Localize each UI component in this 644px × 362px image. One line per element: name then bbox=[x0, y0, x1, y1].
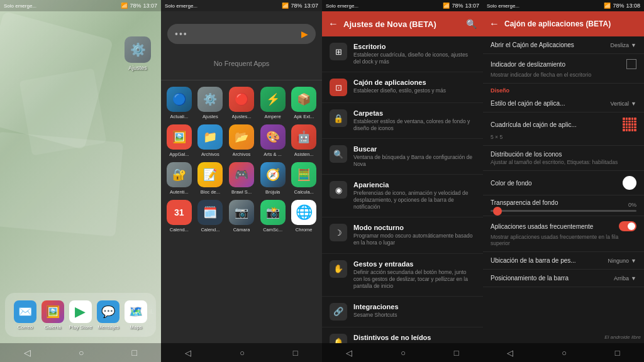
nav-home-p4[interactable]: ○ bbox=[562, 348, 567, 358]
setting-frecuentes[interactable]: Aplicaciones usadas frecuentemente Mostr… bbox=[483, 216, 644, 252]
setting-cuadricula[interactable]: Cuadrícula del cajón de aplic... bbox=[483, 112, 644, 146]
dropdown-chevron-3: ▼ bbox=[631, 258, 636, 264]
ubicacion-barra-dropdown[interactable]: Ninguno ▼ bbox=[608, 258, 636, 264]
settings-item-cajon[interactable]: ⊡ Cajón de aplicaciones Establecer diseñ… bbox=[322, 72, 483, 103]
settings-item-carpetas[interactable]: 🔒 Carpetas Establecer estilos de ventana… bbox=[322, 103, 483, 139]
app-ajustes-red[interactable]: 🔴 Ajustes... bbox=[228, 87, 255, 119]
gc7 bbox=[626, 121, 628, 123]
app-appgal[interactable]: 🖼️ AppGal... bbox=[166, 124, 192, 157]
setting-indicador[interactable]: Indicador de deslizamiento Mostrar indic… bbox=[483, 54, 644, 84]
settings-item-gestos[interactable]: ✋ Gestos y entradas Definir acción secun… bbox=[322, 254, 483, 297]
transparencia-track[interactable] bbox=[491, 210, 636, 212]
app-calend2[interactable]: 🗓️ Calend... bbox=[197, 200, 224, 233]
nav-home-p1[interactable]: ○ bbox=[79, 348, 84, 358]
dock-playstore[interactable]: ▶ Play Store bbox=[69, 300, 92, 330]
indicador-checkbox[interactable] bbox=[626, 59, 636, 69]
battery-p1: 78% bbox=[130, 3, 141, 9]
setting-estilo-cajon[interactable]: Estilo del cajón de aplica... Vertical ▼ bbox=[483, 95, 644, 112]
nav-home-p3[interactable]: ○ bbox=[401, 348, 406, 358]
app-camara[interactable]: 📷 Cámara bbox=[228, 200, 255, 233]
app-brawl[interactable]: 🎮 Brawl S... bbox=[228, 162, 255, 195]
dock-galeria[interactable]: 🖼️ Galería bbox=[42, 300, 64, 330]
settings-item-distintivos[interactable]: 🔔 Distintivos de no leídos Elige entre i… bbox=[322, 327, 483, 343]
app-camsc[interactable]: 📸 CamSc... bbox=[260, 200, 286, 233]
app-ampere[interactable]: ⚡ Ampere bbox=[260, 87, 286, 119]
posicionamiento-dropdown[interactable]: Arriba ▼ bbox=[614, 275, 636, 282]
setting-abrir-cajon[interactable]: Abrir el Cajón de Aplicaciones Desliza ▼ bbox=[483, 36, 644, 54]
settings-item-integraciones[interactable]: 🔗 Integraciones Sesame Shortcuts bbox=[322, 297, 483, 327]
desktop-icon-ajustes[interactable]: ⚙️ Ajustes bbox=[125, 36, 151, 71]
color-fondo-preview[interactable] bbox=[623, 176, 636, 190]
nav-recents-p4[interactable]: □ bbox=[615, 348, 620, 358]
nav-back-p3[interactable]: ◁ bbox=[346, 348, 352, 358]
setting-transparencia[interactable]: Transparencia del fondo 0% bbox=[483, 195, 644, 216]
transparencia-thumb[interactable] bbox=[493, 207, 502, 216]
app-arts[interactable]: 🎨 Arts & ... bbox=[260, 124, 286, 157]
app-apkext[interactable]: 📦 Apk Ext... bbox=[291, 87, 317, 119]
nav-recents-p1[interactable]: □ bbox=[132, 348, 137, 358]
status-icons-p4: 📶 78% 13:08 bbox=[604, 3, 640, 9]
settings-item-buscar[interactable]: 🔍 Buscar Ventana de búsqueda y Barra de … bbox=[322, 139, 483, 175]
app-calcu[interactable]: 🧮 Calcula... bbox=[291, 162, 317, 195]
nav-back-p4[interactable]: ◁ bbox=[507, 348, 513, 358]
app-calend[interactable]: 31 Calend... bbox=[166, 200, 192, 233]
calcu-icon: 🧮 bbox=[291, 162, 316, 187]
nav-recents-p3[interactable]: □ bbox=[454, 348, 459, 358]
dock-maps[interactable]: 🗺️ Maps bbox=[125, 300, 147, 330]
status-bar-p2: Solo emerge... 📶 78% 13:07 bbox=[161, 0, 322, 11]
estilo-cajon-dropdown[interactable]: Vertical ▼ bbox=[611, 101, 636, 107]
app-chrome[interactable]: 🌐 Chrome bbox=[291, 200, 317, 233]
nav-back-p1[interactable]: ◁ bbox=[24, 348, 31, 358]
battery-p3: 78% bbox=[452, 3, 463, 9]
transparencia-label: Transparencia del fondo bbox=[491, 199, 558, 206]
dock-correo[interactable]: ✉️ Correo bbox=[14, 300, 36, 330]
settings-item-escritorio[interactable]: ⊞ Escritorio Establecer cuadrícula, dise… bbox=[322, 36, 483, 72]
back-icon-p3[interactable]: ← bbox=[328, 18, 338, 30]
setting-color-fondo[interactable]: Color de fondo bbox=[483, 171, 644, 195]
setting-distribucion[interactable]: Distribución de los iconos Ajustar al ta… bbox=[483, 146, 644, 171]
abrir-cajon-dropdown[interactable]: Desliza ▼ bbox=[611, 42, 636, 48]
archivos2-label: Archivos bbox=[233, 151, 251, 157]
setting-ubicacion-barra[interactable]: Ubicación de la barra de pes... Ninguno … bbox=[483, 252, 644, 270]
app-actuali[interactable]: 🔵 Actuali... bbox=[166, 87, 192, 119]
apkext-label: Apk Ext... bbox=[294, 114, 314, 119]
search-icon-p3[interactable]: 🔍 bbox=[466, 19, 477, 29]
gc5 bbox=[634, 118, 636, 120]
brawl-icon: 🎮 bbox=[229, 162, 254, 187]
gc24 bbox=[631, 129, 634, 131]
brujula-icon: 🧭 bbox=[260, 162, 286, 187]
app-autenti[interactable]: 🔐 Autenti... bbox=[166, 162, 192, 195]
time-p1: 13:07 bbox=[143, 3, 157, 9]
calend-icon: 31 bbox=[167, 200, 192, 225]
settings-item-nocturno[interactable]: ☽ Modo nocturno Programar modo oscuro au… bbox=[322, 217, 483, 253]
back-icon-p4[interactable]: ← bbox=[489, 18, 499, 30]
archivos2-icon: 📂 bbox=[229, 124, 254, 150]
carpetas-text: Carpetas Establecer estilos de ventana, … bbox=[353, 109, 475, 132]
distintivos-text: Distintivos de no leídos Elige entre ico… bbox=[353, 334, 475, 343]
settings-item-apariencia[interactable]: ◉ Apariencia Preferencias de icono, anim… bbox=[322, 175, 483, 217]
mensajes-label: Mensajes bbox=[97, 324, 119, 330]
calcu-label: Calcula... bbox=[294, 189, 314, 195]
maps-icon: 🗺️ bbox=[125, 300, 147, 323]
dock: ✉️ Correo 🖼️ Galería ▶ Play Store 💬 Mens… bbox=[5, 293, 156, 337]
nova-settings-title: Ajustes de Nova (BETA) bbox=[343, 19, 461, 29]
dropdown-chevron-4: ▼ bbox=[631, 275, 636, 282]
gc8 bbox=[628, 121, 631, 123]
app-asisten[interactable]: 🤖 Asisten... bbox=[291, 124, 317, 157]
app-archivos2[interactable]: 📂 Archivos bbox=[228, 124, 255, 157]
search-bar[interactable]: ••• ▶ bbox=[167, 24, 316, 44]
apariencia-icon: ◉ bbox=[330, 181, 347, 199]
ubicacion-barra-value: Ninguno bbox=[608, 258, 630, 264]
app-blocde[interactable]: 📝 Bloc de... bbox=[197, 162, 224, 195]
app-brujula[interactable]: 🧭 Brújula bbox=[260, 162, 286, 195]
frecuentes-toggle[interactable] bbox=[619, 221, 636, 231]
app-ajustes[interactable]: ⚙️ Ajustes bbox=[197, 87, 224, 119]
nav-recents-p2[interactable]: □ bbox=[293, 348, 298, 358]
nav-back-p2[interactable]: ◁ bbox=[185, 348, 191, 358]
time-p3: 13:07 bbox=[465, 3, 479, 9]
nav-home-p2[interactable]: ○ bbox=[240, 348, 245, 358]
app-archivos[interactable]: 📁 Archivos bbox=[197, 124, 224, 157]
dock-mensajes[interactable]: 💬 Mensajes bbox=[97, 300, 119, 330]
setting-posicionamiento[interactable]: Posicionamiento de la barra Arriba ▼ bbox=[483, 270, 644, 287]
time-p4: 13:08 bbox=[626, 3, 640, 9]
